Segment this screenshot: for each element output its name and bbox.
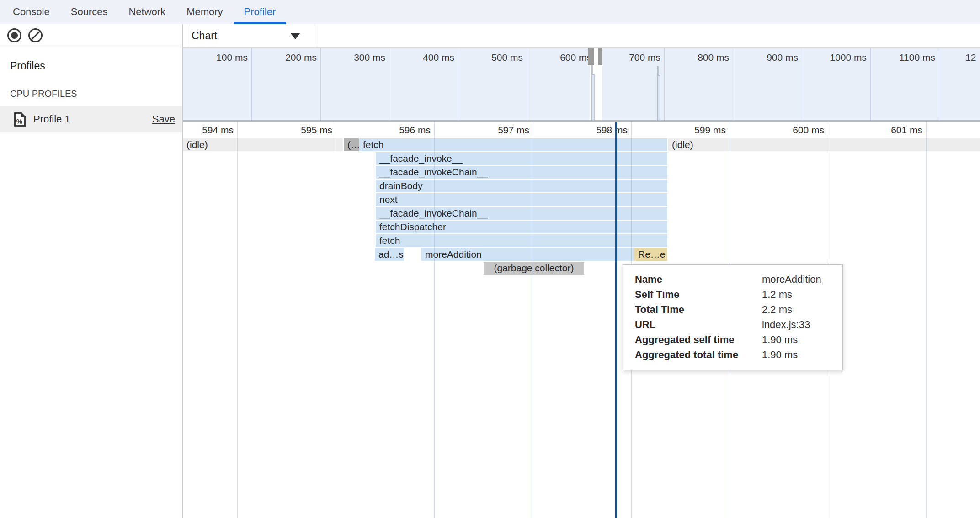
tooltip-label: Aggregated total time	[635, 347, 762, 362]
detail-tick-label: 594 ms	[183, 125, 234, 136]
flame-frame-label: fetch	[359, 139, 384, 150]
flame-frame[interactable]: __facade_invokeChain__	[376, 166, 667, 179]
detail-tick-label: 596 ms	[362, 125, 431, 136]
chevron-down-icon	[290, 33, 300, 39]
flame-frame[interactable]: fetch	[376, 234, 667, 247]
tooltip-value: 1.2 ms	[762, 287, 831, 302]
detail-tick-label: 598 ms	[559, 125, 628, 136]
view-mode-value: Chart	[192, 30, 217, 42]
tab-profiler[interactable]: Profiler	[234, 0, 287, 24]
tooltip-value: moreAddition	[762, 272, 831, 287]
overview-tick-label: 800 ms	[660, 52, 729, 63]
detail-tick-label: 600 ms	[756, 125, 824, 136]
view-mode-dropdown[interactable]: Chart	[190, 24, 315, 47]
cpu-spike	[657, 66, 660, 122]
tooltip-row: NamemoreAddition	[635, 272, 831, 287]
overview-tick-label: 500 ms	[454, 52, 523, 63]
cpu-profiles-section-label: CPU PROFILES	[10, 89, 182, 99]
tooltip-value: index.js:33	[762, 317, 831, 332]
flame-frame-label: (…	[344, 139, 359, 150]
flame-frame-label: moreAddition	[421, 249, 482, 259]
flame-frame-label: __facade_invokeChain__	[376, 208, 488, 218]
flame-frame-label: Re…e	[634, 249, 666, 259]
overview-tick-label: 400 ms	[386, 52, 454, 63]
tab-sources[interactable]: Sources	[60, 0, 118, 24]
save-profile-link[interactable]: Save	[152, 113, 175, 125]
profile-list-item[interactable]: % Profile 1 Save	[0, 106, 182, 132]
tooltip-label: Total Time	[635, 302, 762, 317]
flame-frame-label: ad…s	[375, 249, 404, 259]
flame-frame[interactable]: (garbage collector)	[484, 262, 584, 275]
record-profile-icon[interactable]	[7, 28, 21, 42]
flame-frame-label: fetch	[376, 235, 400, 246]
overview-tick-label: 100 ms	[183, 52, 248, 63]
tooltip-row: Aggregated total time1.90 ms	[635, 347, 831, 362]
flame-frame[interactable]: fetchDispatcher	[376, 221, 667, 233]
flame-frame[interactable]: __facade_invokeChain__	[376, 207, 667, 220]
flame-frame[interactable]: drainBody	[376, 180, 667, 192]
tooltip-value: 1.90 ms	[762, 347, 831, 362]
overview-tick-label: 200 ms	[248, 52, 317, 63]
flame-chart: (idle)(…fetch(idle)__facade_invoke____fa…	[183, 138, 980, 518]
flame-frame-label: fetchDispatcher	[376, 222, 446, 232]
flame-frame-label: (idle)	[668, 139, 693, 150]
tooltip-row: Self Time1.2 ms	[635, 287, 831, 302]
profiles-heading: Profiles	[10, 60, 182, 72]
svg-text:%: %	[16, 117, 22, 125]
devtools-profiler-panel: ConsoleSourcesNetworkMemoryProfiler Prof…	[0, 0, 980, 518]
tooltip-row: Aggregated self time1.90 ms	[635, 332, 831, 347]
flame-frame[interactable]: ad…s	[375, 248, 404, 261]
tooltip-label: Self Time	[635, 287, 762, 302]
tooltip-row: Total Time2.2 ms	[635, 302, 831, 317]
detail-tick-label: 601 ms	[854, 125, 922, 136]
overview-tick-label: 12	[965, 52, 980, 63]
overview-tick-divider	[939, 48, 939, 120]
clear-profiles-icon[interactable]	[28, 28, 43, 42]
tooltip-label: URL	[635, 317, 762, 332]
detail-tick-label: 599 ms	[657, 125, 726, 136]
selection-right-handle[interactable]	[598, 48, 602, 65]
flame-frame-label: __facade_invoke__	[376, 153, 463, 164]
tooltip-value: 2.2 ms	[762, 302, 831, 317]
flame-frame[interactable]: (idle)	[668, 138, 980, 151]
overview-tick-label: 600 ms	[523, 52, 591, 63]
flame-frame-label: __facade_invokeChain__	[376, 167, 488, 177]
overview-tick-label: 1000 ms	[798, 52, 867, 63]
frame-tooltip: NamemoreAdditionSelf Time1.2 msTotal Tim…	[623, 264, 843, 370]
flame-frame[interactable]: next	[376, 193, 667, 206]
profiler-main-panel: Chart 100 ms200 ms300 ms400 ms500 ms600 …	[183, 24, 980, 518]
overview-timeline[interactable]: 100 ms200 ms300 ms400 ms500 ms600 ms700 …	[183, 48, 980, 122]
detail-tick-label: 595 ms	[264, 125, 332, 136]
tab-memory[interactable]: Memory	[176, 0, 233, 24]
selection-left-handle[interactable]	[588, 48, 594, 65]
tooltip-label: Aggregated self time	[635, 332, 762, 347]
detail-tick-label: 597 ms	[461, 125, 529, 136]
profile-name: Profile 1	[33, 113, 145, 125]
tooltip-row: URLindex.js:33	[635, 317, 831, 332]
tab-console[interactable]: Console	[2, 0, 60, 24]
flame-frame[interactable]: __facade_invoke__	[376, 152, 667, 165]
sidebar-toolbar	[0, 24, 182, 47]
detail-time-ruler: 594 ms595 ms596 ms597 ms598 ms599 ms600 …	[183, 122, 980, 138]
flame-frame[interactable]: moreAddition	[421, 248, 634, 261]
devtools-tab-bar: ConsoleSourcesNetworkMemoryProfiler	[0, 0, 980, 24]
profiler-toolbar: Chart	[183, 24, 980, 48]
flame-frame-label: (garbage collector)	[494, 263, 574, 273]
flame-frame-label: (idle)	[183, 139, 208, 150]
profile-document-icon: %	[14, 112, 26, 127]
flame-frame-label: next	[376, 194, 398, 205]
flame-frame[interactable]: (…	[344, 138, 359, 151]
flame-frame[interactable]: Re…e	[634, 248, 667, 261]
overview-tick-label: 1100 ms	[867, 52, 935, 63]
profiles-sidebar: Profiles CPU PROFILES % Profile 1 Save	[0, 24, 183, 518]
flame-frame[interactable]: (idle)	[183, 138, 343, 151]
tooltip-value: 1.90 ms	[762, 332, 831, 347]
tab-network[interactable]: Network	[118, 0, 176, 24]
flame-frame[interactable]: fetch	[359, 138, 667, 151]
flame-frame-label: drainBody	[376, 180, 423, 191]
overview-tick-label: 300 ms	[317, 52, 385, 63]
overview-tick-label: 900 ms	[730, 52, 798, 63]
tooltip-label: Name	[635, 272, 762, 287]
